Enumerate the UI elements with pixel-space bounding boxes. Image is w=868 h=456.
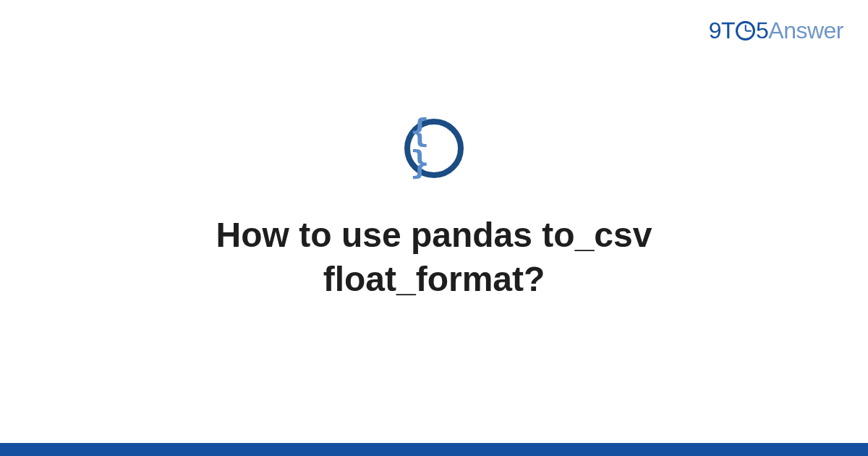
bottom-bar	[0, 443, 868, 456]
braces-icon: { }	[404, 119, 464, 178]
question-title: How to use pandas to_csv float_format?	[109, 213, 760, 302]
main-content: { } How to use pandas to_csv float_forma…	[0, 0, 868, 456]
braces-glyph: { }	[410, 115, 458, 179]
